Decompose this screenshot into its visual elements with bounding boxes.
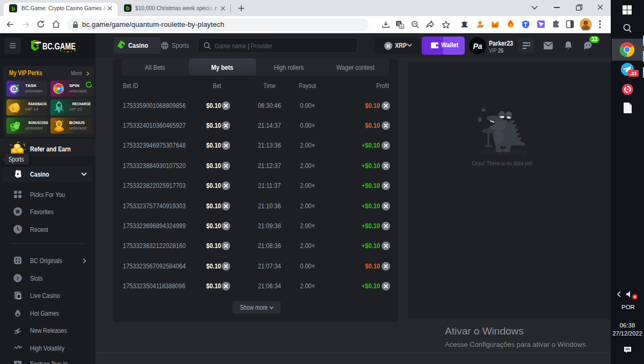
svg-text:7: 7 [16, 275, 19, 281]
svg-text:A: A [400, 24, 403, 29]
svg-text:b: b [11, 5, 15, 12]
svg-text:b: b [126, 5, 129, 11]
svg-text:$: $ [58, 122, 61, 127]
svg-text:BC.GAME: BC.GAME [42, 41, 76, 52]
svg-text:Pa: Pa [473, 42, 482, 50]
svg-text:$: $ [12, 107, 14, 111]
